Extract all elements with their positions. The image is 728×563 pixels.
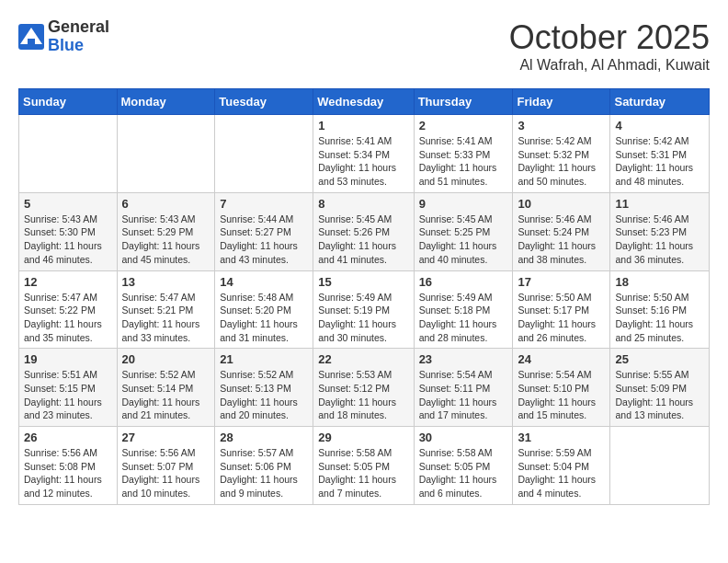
day-number: 18 [615, 275, 704, 289]
calendar-cell: 14Sunrise: 5:48 AM Sunset: 5:20 PM Dayli… [215, 270, 313, 349]
calendar-cell: 17Sunrise: 5:50 AM Sunset: 5:17 PM Dayli… [513, 270, 610, 349]
day-number: 5 [24, 197, 112, 211]
day-number: 12 [24, 275, 112, 289]
day-info: Sunrise: 5:46 AM Sunset: 5:23 PM Dayligh… [615, 213, 704, 267]
day-info: Sunrise: 5:50 AM Sunset: 5:16 PM Dayligh… [615, 291, 704, 345]
calendar-cell: 30Sunrise: 5:58 AM Sunset: 5:05 PM Dayli… [414, 427, 513, 505]
header-day-tuesday: Tuesday [215, 89, 313, 115]
day-number: 29 [318, 431, 408, 444]
calendar-week-2: 12Sunrise: 5:47 AM Sunset: 5:22 PM Dayli… [19, 270, 710, 349]
day-number: 30 [419, 431, 508, 444]
day-info: Sunrise: 5:55 AM Sunset: 5:09 PM Dayligh… [615, 368, 704, 422]
calendar-cell [215, 115, 313, 193]
day-number: 2 [419, 119, 508, 132]
day-info: Sunrise: 5:50 AM Sunset: 5:17 PM Dayligh… [518, 291, 605, 345]
header-day-wednesday: Wednesday [313, 89, 414, 115]
logo: General Blue [18, 18, 109, 55]
calendar-cell: 13Sunrise: 5:47 AM Sunset: 5:21 PM Dayli… [117, 270, 215, 349]
day-number: 14 [220, 275, 308, 289]
day-number: 7 [220, 197, 308, 211]
calendar-cell: 12Sunrise: 5:47 AM Sunset: 5:22 PM Dayli… [19, 270, 118, 349]
day-number: 25 [615, 352, 704, 366]
calendar-cell: 21Sunrise: 5:52 AM Sunset: 5:13 PM Dayli… [215, 349, 313, 427]
calendar-cell: 28Sunrise: 5:57 AM Sunset: 5:06 PM Dayli… [215, 427, 313, 505]
day-number: 19 [24, 352, 112, 366]
calendar-week-4: 26Sunrise: 5:56 AM Sunset: 5:08 PM Dayli… [19, 427, 710, 505]
day-number: 20 [122, 352, 210, 366]
day-info: Sunrise: 5:54 AM Sunset: 5:11 PM Dayligh… [419, 368, 508, 422]
day-info: Sunrise: 5:59 AM Sunset: 5:04 PM Dayligh… [518, 446, 605, 500]
day-info: Sunrise: 5:41 AM Sunset: 5:33 PM Dayligh… [419, 134, 508, 189]
day-number: 4 [615, 119, 704, 132]
logo-text: General Blue [48, 18, 109, 55]
day-info: Sunrise: 5:57 AM Sunset: 5:06 PM Dayligh… [220, 446, 308, 500]
day-info: Sunrise: 5:51 AM Sunset: 5:15 PM Dayligh… [24, 368, 112, 422]
day-number: 8 [318, 197, 408, 211]
header-day-sunday: Sunday [19, 89, 118, 115]
day-info: Sunrise: 5:54 AM Sunset: 5:10 PM Dayligh… [518, 368, 605, 422]
day-info: Sunrise: 5:44 AM Sunset: 5:27 PM Dayligh… [220, 213, 308, 267]
day-number: 11 [615, 197, 704, 211]
calendar-cell: 3Sunrise: 5:42 AM Sunset: 5:32 PM Daylig… [513, 115, 610, 193]
day-number: 21 [220, 352, 308, 366]
header-day-friday: Friday [513, 89, 610, 115]
day-info: Sunrise: 5:47 AM Sunset: 5:22 PM Dayligh… [24, 291, 112, 345]
day-info: Sunrise: 5:41 AM Sunset: 5:34 PM Dayligh… [318, 134, 408, 189]
calendar-cell: 31Sunrise: 5:59 AM Sunset: 5:04 PM Dayli… [513, 427, 610, 505]
day-info: Sunrise: 5:42 AM Sunset: 5:32 PM Dayligh… [518, 134, 605, 189]
calendar-cell: 22Sunrise: 5:53 AM Sunset: 5:12 PM Dayli… [313, 349, 414, 427]
day-number: 17 [518, 275, 605, 289]
day-info: Sunrise: 5:53 AM Sunset: 5:12 PM Dayligh… [318, 368, 408, 422]
day-info: Sunrise: 5:52 AM Sunset: 5:13 PM Dayligh… [220, 368, 308, 422]
day-number: 23 [419, 352, 508, 366]
logo-icon [18, 24, 44, 50]
calendar-cell: 16Sunrise: 5:49 AM Sunset: 5:18 PM Dayli… [414, 270, 513, 349]
calendar-cell: 2Sunrise: 5:41 AM Sunset: 5:33 PM Daylig… [414, 115, 513, 193]
calendar-cell: 5Sunrise: 5:43 AM Sunset: 5:30 PM Daylig… [19, 192, 118, 270]
day-number: 26 [24, 431, 112, 444]
day-number: 28 [220, 431, 308, 444]
calendar-cell: 4Sunrise: 5:42 AM Sunset: 5:31 PM Daylig… [610, 115, 710, 193]
header-day-monday: Monday [117, 89, 215, 115]
calendar-cell: 26Sunrise: 5:56 AM Sunset: 5:08 PM Dayli… [19, 427, 118, 505]
day-info: Sunrise: 5:48 AM Sunset: 5:20 PM Dayligh… [220, 291, 308, 345]
day-number: 3 [518, 119, 605, 132]
day-number: 6 [122, 197, 210, 211]
day-number: 1 [318, 119, 408, 132]
day-info: Sunrise: 5:46 AM Sunset: 5:24 PM Dayligh… [518, 213, 605, 267]
calendar-week-0: 1Sunrise: 5:41 AM Sunset: 5:34 PM Daylig… [19, 115, 710, 193]
calendar-cell: 23Sunrise: 5:54 AM Sunset: 5:11 PM Dayli… [414, 349, 513, 427]
calendar-week-1: 5Sunrise: 5:43 AM Sunset: 5:30 PM Daylig… [19, 192, 710, 270]
calendar-cell: 11Sunrise: 5:46 AM Sunset: 5:23 PM Dayli… [610, 192, 710, 270]
day-info: Sunrise: 5:49 AM Sunset: 5:18 PM Dayligh… [419, 291, 508, 345]
calendar-cell: 18Sunrise: 5:50 AM Sunset: 5:16 PM Dayli… [610, 270, 710, 349]
calendar-cell [117, 115, 215, 193]
calendar-cell: 29Sunrise: 5:58 AM Sunset: 5:05 PM Dayli… [313, 427, 414, 505]
day-info: Sunrise: 5:58 AM Sunset: 5:05 PM Dayligh… [318, 446, 408, 500]
day-info: Sunrise: 5:49 AM Sunset: 5:19 PM Dayligh… [318, 291, 408, 345]
day-info: Sunrise: 5:43 AM Sunset: 5:29 PM Dayligh… [122, 213, 210, 267]
calendar-cell: 10Sunrise: 5:46 AM Sunset: 5:24 PM Dayli… [513, 192, 610, 270]
logo-blue: Blue [48, 37, 109, 55]
calendar-cell: 24Sunrise: 5:54 AM Sunset: 5:10 PM Dayli… [513, 349, 610, 427]
day-info: Sunrise: 5:47 AM Sunset: 5:21 PM Dayligh… [122, 291, 210, 345]
title-section: October 2025 Al Wafrah, Al Ahmadi, Kuwai… [509, 18, 710, 74]
calendar-cell [610, 427, 710, 505]
svg-rect-2 [28, 39, 35, 46]
calendar-cell: 19Sunrise: 5:51 AM Sunset: 5:15 PM Dayli… [19, 349, 118, 427]
day-number: 16 [419, 275, 508, 289]
header-day-saturday: Saturday [610, 89, 710, 115]
calendar-cell: 9Sunrise: 5:45 AM Sunset: 5:25 PM Daylig… [414, 192, 513, 270]
calendar-cell: 6Sunrise: 5:43 AM Sunset: 5:29 PM Daylig… [117, 192, 215, 270]
day-info: Sunrise: 5:45 AM Sunset: 5:25 PM Dayligh… [419, 213, 508, 267]
calendar-cell [19, 115, 118, 193]
logo-general: General [48, 18, 109, 37]
calendar-cell: 7Sunrise: 5:44 AM Sunset: 5:27 PM Daylig… [215, 192, 313, 270]
header-day-thursday: Thursday [414, 89, 513, 115]
calendar-header-row: SundayMondayTuesdayWednesdayThursdayFrid… [19, 89, 710, 115]
month-title: October 2025 [509, 18, 710, 57]
location-title: Al Wafrah, Al Ahmadi, Kuwait [509, 57, 710, 74]
day-number: 15 [318, 275, 408, 289]
day-info: Sunrise: 5:56 AM Sunset: 5:08 PM Dayligh… [24, 446, 112, 500]
calendar-cell: 15Sunrise: 5:49 AM Sunset: 5:19 PM Dayli… [313, 270, 414, 349]
